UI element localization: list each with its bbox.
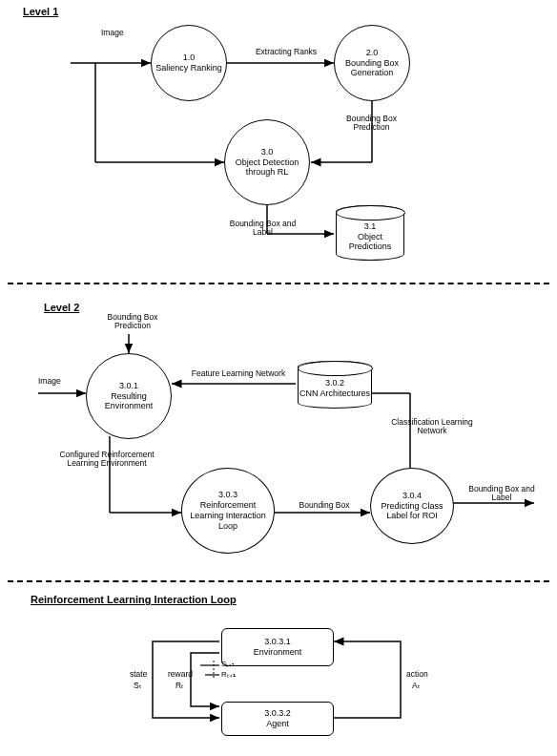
label-bbpred-l2: Bounding Box Prediction: [99, 313, 166, 331]
label-state-var: Sₜ: [134, 682, 142, 690]
label-next-state: Sₜ₊₁: [221, 661, 235, 669]
edge-bblabel-l1: Bounding Box and Label: [227, 220, 299, 238]
label-reward: reward: [168, 670, 193, 679]
node-3-0-4: 3.0.4 Predicting Class Label for ROI: [370, 468, 454, 544]
rl-agent-name: Agent: [266, 719, 289, 729]
rlloop-title: Reinforcement Learning Interaction Loop: [31, 594, 237, 605]
divider-2: [8, 580, 549, 582]
rl-env-id: 3.0.3.1: [264, 637, 291, 647]
rl-env-node: 3.0.3.1 Environment: [221, 628, 334, 666]
node-3-0-1: 3.0.1 Resulting Environment: [86, 353, 172, 439]
node-1-0-id: 1.0: [183, 52, 196, 63]
store-3-1-id: 3.1: [364, 221, 377, 232]
node-2-0-id: 2.0: [366, 48, 379, 58]
edge-class: Classification Learning Network: [380, 418, 485, 436]
node-3-0-id: 3.0: [261, 147, 274, 158]
node-3-0-4-name: Predicting Class Label for ROI: [375, 501, 449, 522]
node-3-0: 3.0 Object Detection through RL: [224, 119, 310, 205]
label-reward-var: Rₜ: [175, 682, 184, 690]
level2-title: Level 2: [44, 302, 79, 313]
node-3-0-3: 3.0.3 Reinforcement Learning Interaction…: [181, 468, 275, 554]
store-3-1-name: Object Predictions: [337, 232, 403, 253]
rl-agent-node: 3.0.3.2 Agent: [221, 702, 334, 736]
edge-out-l2: Bounding Box and Label: [464, 485, 540, 503]
level1-title: Level 1: [23, 6, 58, 17]
node-3-0-1-id: 3.0.1: [119, 381, 138, 391]
node-3-0-3-id: 3.0.3: [218, 490, 237, 500]
label-state: state: [130, 670, 147, 679]
node-3-0-1-name: Resulting Environment: [91, 391, 167, 412]
label-action: action: [406, 670, 428, 679]
node-1-0-name: Saliency Ranking: [155, 63, 222, 74]
edge-extract: Extracting Ranks: [243, 48, 329, 56]
label-action-var: Aₜ: [412, 682, 421, 690]
divider-1: [8, 283, 549, 284]
edge-bb: Bounding Box: [286, 501, 362, 510]
node-3-0-3-name: Reinforcement Learning Interaction Loop: [186, 500, 270, 531]
node-2-0-name: Bounding Box Generation: [339, 58, 405, 79]
store-3-0-2-name: CNN Architectures: [299, 388, 370, 399]
store-3-0-2-id: 3.0.2: [325, 378, 344, 388]
edge-feat: Feature Learning Network: [191, 369, 286, 378]
node-3-0-4-id: 3.0.4: [402, 491, 422, 501]
rl-env-name: Environment: [254, 647, 302, 658]
edge-config: Configured Reinforcement Learning Enviro…: [50, 451, 164, 469]
node-1-0: 1.0 Saliency Ranking: [151, 25, 227, 101]
node-3-0-name: Object Detection through RL: [229, 158, 305, 178]
label-image-l2: Image: [38, 377, 61, 386]
edge-bbpred-l1: Bounding Box Prediction: [336, 115, 407, 133]
store-3-0-2: 3.0.2 CNN Architectures: [298, 361, 372, 409]
rl-agent-id: 3.0.3.2: [264, 708, 291, 719]
label-next-reward: Rₜ₊₁: [221, 671, 236, 680]
label-image-l1: Image: [101, 29, 124, 37]
store-3-1: 3.1 Object Predictions: [336, 205, 404, 261]
node-2-0: 2.0 Bounding Box Generation: [334, 25, 410, 101]
